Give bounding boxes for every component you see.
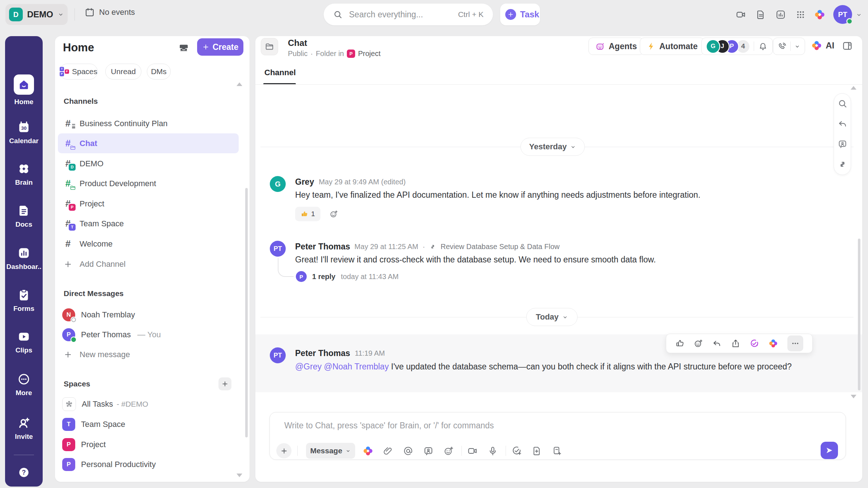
add-channel-button[interactable]: Add Channel: [58, 254, 239, 274]
rail-item-clips[interactable]: Clips: [5, 330, 43, 354]
message-author[interactable]: Peter Thomas: [295, 242, 350, 252]
filter-dms[interactable]: DMs: [147, 64, 171, 80]
create-doc-button[interactable]: [532, 446, 542, 456]
rail-item-dashboards[interactable]: Dashboar..: [5, 247, 43, 271]
scroll-down-arrow[interactable]: [851, 395, 856, 398]
attach-file-button[interactable]: [383, 446, 393, 456]
message-author[interactable]: Peter Thomas: [295, 348, 350, 358]
add-reaction-button[interactable]: [326, 207, 341, 221]
message-header: Peter Thomas May 29 at 11:25 AM · Review…: [295, 242, 559, 252]
message-type-dropdown[interactable]: Message: [306, 443, 355, 459]
search-input[interactable]: Search everything... Ctrl + K: [324, 4, 493, 25]
thumbs-up-button[interactable]: [675, 339, 685, 348]
search-in-chat-button[interactable]: [838, 99, 847, 108]
more-actions-button[interactable]: [787, 335, 803, 351]
members-notifications-button[interactable]: G J P 4: [701, 38, 773, 55]
user-mentions[interactable]: @Grey @Noah Tremblay: [295, 362, 389, 371]
avatar[interactable]: PT: [270, 347, 286, 363]
channel-row-product-development[interactable]: # Product Development: [58, 174, 239, 193]
add-reaction-button[interactable]: [694, 339, 703, 348]
new-message-button[interactable]: New message: [58, 344, 239, 364]
tab-channel[interactable]: Channel: [264, 68, 296, 77]
user-menu[interactable]: PT: [833, 5, 852, 24]
reaction-pill[interactable]: 1: [295, 207, 320, 221]
create-task-from-message-button[interactable]: [749, 339, 759, 348]
rail-item-home[interactable]: Home: [5, 74, 43, 106]
mention-button[interactable]: [403, 446, 413, 456]
record-audio-button[interactable]: [488, 446, 498, 456]
agents-button[interactable]: Agents: [588, 38, 644, 55]
toggle-sidebar-button[interactable]: [842, 40, 853, 51]
clickup-ai-button[interactable]: [814, 9, 826, 21]
app-grid-button[interactable]: [795, 9, 806, 20]
add-reaction-icon: [694, 339, 703, 348]
rail-item-docs[interactable]: Docs: [5, 204, 43, 228]
send-button[interactable]: [821, 442, 838, 459]
sidebar-scrollbar[interactable]: [245, 188, 248, 437]
dm-row-noah-tremblay[interactable]: N Noah Tremblay: [58, 305, 239, 325]
add-space-button[interactable]: [218, 377, 231, 390]
scroll-up-arrow[interactable]: [237, 82, 242, 86]
space-row-team-space[interactable]: T Team Space: [58, 414, 239, 434]
ai-actions-button[interactable]: [768, 338, 778, 348]
create-button[interactable]: Create: [197, 38, 243, 56]
filter-spaces[interactable]: T P P Spaces: [59, 64, 98, 80]
filter-unread[interactable]: Unread: [105, 64, 141, 80]
bell-icon[interactable]: [758, 42, 767, 51]
space-row-all-tasks[interactable]: All Tasks - #DEMO: [58, 394, 239, 414]
record-clip-button[interactable]: [467, 446, 478, 456]
message-input[interactable]: Write to Chat, press 'space' for Brain, …: [284, 421, 494, 431]
add-clip-button[interactable]: [552, 446, 562, 456]
message-author[interactable]: Grey: [295, 177, 314, 187]
avatar[interactable]: PT: [270, 241, 286, 257]
space-row-project[interactable]: P Project: [58, 435, 239, 454]
composer-ai-button[interactable]: [362, 445, 374, 457]
followers-button[interactable]: [838, 139, 847, 149]
no-events-button[interactable]: No events: [85, 7, 135, 17]
scroll-down-arrow[interactable]: [237, 474, 242, 477]
date-divider-yesterday[interactable]: Yesterday: [520, 138, 585, 156]
scroll-up-arrow[interactable]: [851, 86, 856, 90]
workspace-switcher[interactable]: D DEMO: [5, 4, 68, 25]
sort-switch-button[interactable]: [838, 159, 847, 169]
user-menu-chevron-icon[interactable]: [856, 12, 862, 18]
rail-item-forms[interactable]: Forms: [5, 288, 43, 313]
rail-item-more[interactable]: More: [5, 373, 43, 397]
rail-item-brain[interactable]: Brain: [5, 162, 43, 187]
rail-item-help[interactable]: [5, 466, 43, 479]
channel-row-project[interactable]: #P Project: [58, 194, 239, 214]
avatar[interactable]: G: [270, 176, 286, 192]
automate-button[interactable]: Automate: [640, 38, 705, 55]
docs-quick-button[interactable]: [756, 9, 766, 20]
channel-row-welcome[interactable]: # Welcome: [58, 234, 239, 254]
channel-row-team-space[interactable]: #T Team Space: [58, 214, 239, 234]
date-divider-today[interactable]: Today: [526, 308, 578, 326]
space-row-personal-productivity[interactable]: P Personal Productivity: [58, 454, 239, 474]
new-task-button[interactable]: Task: [500, 4, 540, 25]
emoji-button[interactable]: [443, 446, 454, 456]
linked-task[interactable]: Review Database Setup & Data Flow: [441, 243, 559, 251]
channel-row-business-continuity-plan[interactable]: # Business Continuity Plan: [58, 114, 239, 133]
composer-plus-button[interactable]: [276, 443, 292, 458]
reply-button[interactable]: [712, 339, 722, 348]
rail-item-calendar[interactable]: Calendar: [5, 121, 43, 145]
replies-button[interactable]: [838, 119, 847, 129]
channel-row-chat-selected[interactable]: # Chat: [58, 133, 239, 153]
share-button[interactable]: [731, 339, 740, 348]
chat-scrollbar[interactable]: [858, 239, 860, 390]
record-video-button[interactable]: [736, 9, 746, 20]
channel-row-demo[interactable]: #D DEMO: [58, 154, 239, 174]
thread-reply-row[interactable]: P 1 reply today at 11:43 AM: [296, 271, 399, 282]
online-status-dot: [846, 18, 853, 25]
project-name[interactable]: Project: [358, 50, 380, 58]
dashboards-quick-button[interactable]: [775, 9, 786, 20]
assign-comment-button[interactable]: [423, 446, 434, 456]
call-button[interactable]: [773, 38, 805, 55]
ask-ai-button[interactable]: AI: [811, 40, 834, 51]
rail-item-invite[interactable]: Invite: [5, 416, 43, 441]
inbox-button[interactable]: [178, 43, 189, 53]
create-task-button[interactable]: [511, 446, 522, 456]
chevron-down-icon: [345, 448, 351, 454]
dm-row-peter-thomas[interactable]: P Peter Thomas — You: [58, 325, 239, 344]
hash-folder-icon: #: [62, 178, 74, 189]
